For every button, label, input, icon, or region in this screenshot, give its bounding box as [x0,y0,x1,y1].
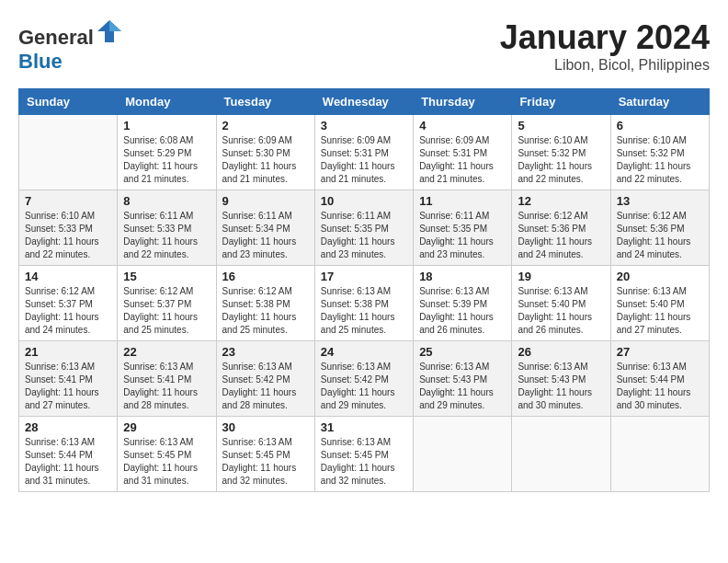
table-row: 12Sunrise: 6:12 AMSunset: 5:36 PMDayligh… [512,190,610,266]
day-info: Sunrise: 6:13 AMSunset: 5:45 PMDaylight:… [222,436,309,488]
daylight-text: Daylight: 11 hours and 26 minutes. [419,312,494,335]
sunset-text: Sunset: 5:43 PM [419,374,487,385]
sunset-text: Sunset: 5:38 PM [321,299,389,309]
sunrise-text: Sunrise: 6:13 AM [321,286,391,296]
daylight-text: Daylight: 11 hours and 31 minutes. [25,463,99,486]
daylight-text: Daylight: 11 hours and 21 minutes. [321,161,395,184]
calendar-week-row: 21Sunrise: 6:13 AMSunset: 5:41 PMDayligh… [19,341,710,417]
daylight-text: Daylight: 11 hours and 25 minutes. [321,312,395,335]
day-info: Sunrise: 6:13 AMSunset: 5:39 PMDaylight:… [419,285,506,337]
daylight-text: Daylight: 11 hours and 31 minutes. [123,463,198,486]
sunset-text: Sunset: 5:31 PM [321,148,389,158]
sunset-text: Sunset: 5:42 PM [222,374,290,385]
day-number: 14 [25,270,111,283]
day-info: Sunrise: 6:10 AMSunset: 5:33 PMDaylight:… [25,210,111,261]
daylight-text: Daylight: 11 hours and 22 minutes. [518,161,592,184]
sunset-text: Sunset: 5:37 PM [123,299,191,309]
day-number: 23 [222,345,309,359]
col-monday: Monday [118,89,216,115]
day-info: Sunrise: 6:13 AMSunset: 5:40 PMDaylight:… [617,285,703,337]
table-row: 27Sunrise: 6:13 AMSunset: 5:44 PMDayligh… [610,341,709,417]
day-number: 13 [617,194,703,208]
daylight-text: Daylight: 11 hours and 29 minutes. [321,387,395,410]
day-number: 5 [518,119,604,132]
table-row: 20Sunrise: 6:13 AMSunset: 5:40 PMDayligh… [610,266,709,341]
table-row [512,417,610,492]
day-info: Sunrise: 6:10 AMSunset: 5:32 PMDaylight:… [518,134,604,186]
sunset-text: Sunset: 5:45 PM [123,450,191,460]
table-row: 11Sunrise: 6:11 AMSunset: 5:35 PMDayligh… [414,190,512,266]
day-number: 21 [25,345,111,359]
col-tuesday: Tuesday [216,89,314,115]
sunset-text: Sunset: 5:31 PM [419,148,487,158]
day-info: Sunrise: 6:13 AMSunset: 5:43 PMDaylight:… [419,361,506,412]
sunset-text: Sunset: 5:42 PM [321,374,389,385]
sunrise-text: Sunrise: 6:13 AM [222,437,292,447]
table-row: 13Sunrise: 6:12 AMSunset: 5:36 PMDayligh… [610,190,709,266]
sunrise-text: Sunrise: 6:09 AM [222,135,292,145]
title-block: January 2024 Libon, Bicol, Philippines [500,18,710,74]
sunrise-text: Sunrise: 6:13 AM [518,286,587,296]
sunrise-text: Sunrise: 6:13 AM [123,437,193,447]
sunrise-text: Sunrise: 6:12 AM [123,286,193,296]
daylight-text: Daylight: 11 hours and 27 minutes. [25,387,99,410]
day-info: Sunrise: 6:12 AMSunset: 5:36 PMDaylight:… [518,210,604,261]
day-info: Sunrise: 6:11 AMSunset: 5:35 PMDaylight:… [321,210,407,261]
day-number: 11 [419,194,506,208]
day-number: 16 [222,270,309,283]
location: Libon, Bicol, Philippines [500,57,710,74]
sunset-text: Sunset: 5:37 PM [25,299,93,309]
day-info: Sunrise: 6:11 AMSunset: 5:34 PMDaylight:… [222,210,309,261]
day-info: Sunrise: 6:12 AMSunset: 5:38 PMDaylight:… [222,285,309,337]
daylight-text: Daylight: 11 hours and 28 minutes. [123,387,198,410]
calendar-week-row: 14Sunrise: 6:12 AMSunset: 5:37 PMDayligh… [19,266,710,341]
day-info: Sunrise: 6:13 AMSunset: 5:44 PMDaylight:… [617,361,703,412]
sunset-text: Sunset: 5:40 PM [617,299,685,309]
sunrise-text: Sunrise: 6:13 AM [123,362,193,372]
daylight-text: Daylight: 11 hours and 21 minutes. [123,161,198,184]
sunset-text: Sunset: 5:34 PM [222,224,290,234]
day-info: Sunrise: 6:09 AMSunset: 5:31 PMDaylight:… [321,134,407,186]
day-number: 30 [222,420,309,434]
daylight-text: Daylight: 11 hours and 25 minutes. [123,312,198,335]
table-row [414,417,512,492]
table-row: 1Sunrise: 6:08 AMSunset: 5:29 PMDaylight… [118,115,216,190]
daylight-text: Daylight: 11 hours and 26 minutes. [518,312,592,335]
table-row: 16Sunrise: 6:12 AMSunset: 5:38 PMDayligh… [216,266,314,341]
daylight-text: Daylight: 11 hours and 29 minutes. [419,387,494,410]
sunset-text: Sunset: 5:32 PM [518,148,586,158]
day-info: Sunrise: 6:11 AMSunset: 5:33 PMDaylight:… [123,210,210,261]
sunrise-text: Sunrise: 6:13 AM [419,362,489,372]
logo-blue: Blue [18,50,63,73]
sunset-text: Sunset: 5:36 PM [617,224,685,234]
day-info: Sunrise: 6:13 AMSunset: 5:40 PMDaylight:… [518,285,604,337]
table-row: 10Sunrise: 6:11 AMSunset: 5:35 PMDayligh… [314,190,413,266]
daylight-text: Daylight: 11 hours and 28 minutes. [222,387,297,410]
sunrise-text: Sunrise: 6:08 AM [123,135,193,145]
day-number: 24 [321,345,407,359]
daylight-text: Daylight: 11 hours and 22 minutes. [617,161,691,184]
day-number: 2 [222,119,309,132]
table-row [610,417,709,492]
svg-marker-1 [109,20,121,31]
logo-text: General Blue [18,18,123,74]
day-number: 26 [518,345,604,359]
table-row: 24Sunrise: 6:13 AMSunset: 5:42 PMDayligh… [314,341,413,417]
sunset-text: Sunset: 5:44 PM [25,450,93,460]
day-number: 20 [617,270,703,283]
daylight-text: Daylight: 11 hours and 24 minutes. [617,236,691,259]
daylight-text: Daylight: 11 hours and 24 minutes. [518,236,592,259]
day-info: Sunrise: 6:13 AMSunset: 5:45 PMDaylight:… [123,436,210,488]
sunset-text: Sunset: 5:41 PM [25,374,93,385]
sunset-text: Sunset: 5:43 PM [518,374,586,385]
sunrise-text: Sunrise: 6:11 AM [321,211,391,221]
daylight-text: Daylight: 11 hours and 24 minutes. [25,312,99,335]
calendar-week-row: 1Sunrise: 6:08 AMSunset: 5:29 PMDaylight… [19,115,710,190]
day-info: Sunrise: 6:13 AMSunset: 5:44 PMDaylight:… [25,436,111,488]
page-header: General Blue January 2024 Libon, Bicol, … [18,18,710,74]
daylight-text: Daylight: 11 hours and 21 minutes. [222,161,297,184]
sunset-text: Sunset: 5:35 PM [419,224,487,234]
sunrise-text: Sunrise: 6:13 AM [321,362,391,372]
day-number: 17 [321,270,407,283]
day-number: 31 [321,420,407,434]
